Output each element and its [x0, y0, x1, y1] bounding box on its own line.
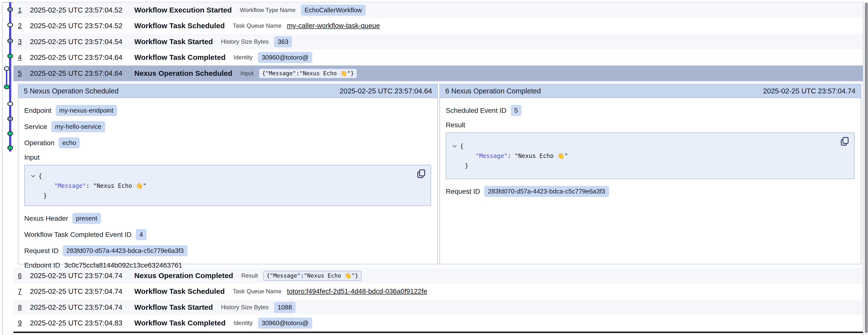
event-row-6[interactable]: 6 2025-02-25 UTC 23:57:04.74 Nexus Opera… — [13, 268, 863, 283]
code-line-close: } — [452, 161, 854, 171]
panel-timestamp: 2025-02-25 UTC 23:57:04.64 — [340, 87, 432, 95]
timeline-dot-started[interactable] — [7, 38, 13, 43]
event-detail-label: Task Queue Name — [233, 22, 282, 29]
timeline-dot-completed[interactable] — [7, 131, 13, 136]
event-id-link[interactable]: 1 — [18, 6, 30, 14]
field-value-badge: echo — [59, 137, 80, 148]
timeline-dot-scheduled[interactable] — [4, 66, 9, 71]
copy-button[interactable] — [416, 169, 426, 179]
event-id-link[interactable]: 6 — [18, 272, 30, 280]
event-value-badge: 363 — [274, 36, 292, 47]
field-label: Workflow Task Completed Event ID — [24, 231, 132, 239]
field-value-badge: 5 — [511, 105, 522, 116]
event-type: Workflow Task Started — [134, 303, 213, 311]
event-type: Nexus Operation Completed — [134, 272, 233, 280]
field-label: Request ID — [446, 188, 480, 195]
event-detail-label: History Size Bytes — [221, 304, 269, 311]
event-value-badge: EchoCallerWorkflow — [301, 5, 366, 16]
event-detail-label: Task Queue Name — [233, 288, 282, 295]
event-value-badge: 30960@totoro@ — [258, 317, 312, 329]
event-type: Workflow Task Completed — [134, 53, 225, 61]
event-id-link[interactable]: 9 — [18, 319, 30, 327]
event-detail-label: Input — [240, 70, 253, 77]
timeline-dot-completed[interactable] — [7, 145, 13, 150]
chevron-down-icon[interactable] — [31, 171, 35, 181]
event-row-4[interactable]: 4 2025-02-25 UTC 23:57:04.64 Workflow Ta… — [13, 50, 863, 65]
event-row-5-selected[interactable]: 5 2025-02-25 UTC 23:57:04.64 Nexus Opera… — [13, 65, 863, 81]
code-line-open: { — [31, 171, 431, 181]
timeline-dot-completed[interactable] — [7, 54, 13, 58]
event-value-json-badge: {"Message":"Nexus Echo 👋"} — [263, 271, 362, 281]
timeline — [0, 0, 13, 335]
event-timestamp: 2025-02-25 UTC 23:57:04.64 — [30, 53, 134, 61]
event-row-9[interactable]: 9 2025-02-25 UTC 23:57:04.83 Workflow Ta… — [13, 315, 863, 331]
panel-body: Scheduled Event ID 5 Result { "Message":… — [440, 98, 861, 197]
event-row-1[interactable]: 1 2025-02-25 UTC 23:57:04.52 Workflow Ex… — [13, 2, 863, 18]
event-timestamp: 2025-02-25 UTC 23:57:04.64 — [30, 69, 134, 78]
event-detail-label: Workflow Type Name — [240, 7, 296, 13]
timeline-dot-started[interactable] — [7, 7, 13, 12]
task-queue-link[interactable]: my-caller-workflow-task-queue — [287, 22, 380, 30]
timeline-dot-started[interactable] — [7, 116, 13, 121]
event-row-3[interactable]: 3 2025-02-25 UTC 23:57:04.54 Workflow Ta… — [13, 34, 863, 50]
timeline-dot-scheduled[interactable] — [7, 23, 13, 27]
event-type: Workflow Task Completed — [134, 319, 225, 327]
scrollbar-thumb[interactable] — [865, 2, 868, 333]
field-value-badge: my-nexus-endpoint — [56, 105, 117, 116]
event-timestamp: 2025-02-25 UTC 23:57:04.52 — [30, 6, 134, 14]
event-type: Workflow Task Scheduled — [134, 287, 225, 296]
event-id-link[interactable]: 4 — [18, 53, 30, 61]
field-value-badge: 283fd070-d57a-4423-bdca-c5c779e6a3f3 — [63, 245, 187, 256]
panel-header: 5 Nexus Operation Scheduled 2025-02-25 U… — [19, 84, 437, 98]
field-operation: Operation echo — [24, 137, 431, 148]
panel-timestamp: 2025-02-25 UTC 23:57:04.74 — [763, 87, 856, 95]
panel-header: 6 Nexus Operation Completed 2025-02-25 U… — [440, 84, 861, 98]
event-type: Workflow Execution Started — [134, 6, 232, 14]
event-timestamp: 2025-02-25 UTC 23:57:04.74 — [30, 303, 134, 311]
code-line-close: } — [31, 191, 431, 201]
event-id-link[interactable]: 2 — [18, 22, 30, 30]
event-type: Nexus Operation Scheduled — [134, 69, 232, 78]
field-value-badge: my-hello-service — [51, 121, 105, 132]
input-code-block: { "Message": "Nexus Echo 👋" } — [24, 165, 431, 206]
event-timestamp: 2025-02-25 UTC 23:57:04.74 — [30, 272, 134, 280]
field-scheduled-event-id: Scheduled Event ID 5 — [446, 105, 855, 116]
field-value-badge: present — [72, 213, 101, 224]
chevron-down-icon[interactable] — [452, 141, 457, 151]
event-6-detail-panel: 6 Nexus Operation Completed 2025-02-25 U… — [439, 84, 861, 264]
result-label: Result — [446, 121, 855, 129]
field-nexus-header: Nexus Header present — [24, 213, 431, 224]
code-line-kv: "Message": "Nexus Echo 👋" — [31, 181, 431, 191]
event-id-link[interactable]: 3 — [18, 38, 30, 46]
field-request-id: Request ID 283fd070-d57a-4423-bdca-c5c77… — [24, 245, 431, 256]
event-row-7[interactable]: 7 2025-02-25 UTC 23:57:04.74 Workflow Ta… — [13, 283, 863, 299]
panel-body: Endpoint my-nexus-endpoint Service my-he… — [19, 98, 437, 269]
field-endpoint: Endpoint my-nexus-endpoint — [24, 105, 431, 116]
field-wft-completed-event-id: Workflow Task Completed Event ID 4 — [24, 229, 431, 240]
result-code-block: { "Message": "Nexus Echo 👋" } — [446, 133, 855, 179]
next-section-divider — [13, 332, 863, 333]
event-detail-label: Identity — [234, 54, 252, 61]
task-queue-link[interactable]: totoro:f494fecf-2d51-4d48-bdcd-036a0f912… — [287, 287, 427, 295]
code-line-open: { — [452, 141, 854, 151]
event-id-link[interactable]: 8 — [18, 303, 30, 311]
timeline-dot-scheduled[interactable] — [7, 102, 13, 106]
copy-button[interactable] — [839, 136, 849, 147]
event-row-2[interactable]: 2 2025-02-25 UTC 23:57:04.52 Workflow Ta… — [13, 18, 863, 34]
timeline-dot-completed[interactable] — [4, 85, 9, 89]
event-detail-label: Identity — [234, 319, 252, 327]
event-value-badge: 30960@totoro@ — [258, 52, 312, 63]
event-detail-label: History Size Bytes — [221, 38, 269, 45]
field-value-badge: 4 — [136, 229, 147, 240]
copy-icon — [839, 136, 849, 147]
page-right-border — [863, 2, 864, 335]
field-request-id: Request ID 283fd070-d57a-4423-bdca-c5c77… — [446, 186, 855, 197]
event-id-link[interactable]: 7 — [18, 287, 30, 295]
field-value-badge: 283fd070-d57a-4423-bdca-c5c779e6a3f3 — [484, 186, 609, 197]
event-id-link[interactable]: 5 — [18, 69, 30, 77]
event-type: Workflow Task Scheduled — [134, 22, 225, 30]
field-label: Scheduled Event ID — [446, 107, 506, 114]
panel-title: 5 Nexus Operation Scheduled — [24, 87, 119, 95]
field-label: Nexus Header — [24, 215, 68, 222]
event-row-8[interactable]: 8 2025-02-25 UTC 23:57:04.74 Workflow Ta… — [13, 300, 863, 315]
